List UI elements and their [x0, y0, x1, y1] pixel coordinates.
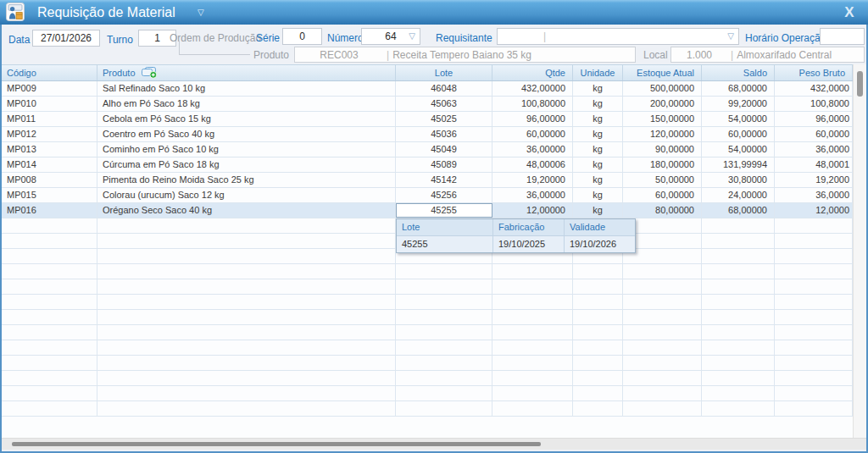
cell-estoque-atual[interactable]: [623, 264, 702, 279]
cell-qtde[interactable]: 60,00000: [492, 127, 573, 141]
cell-estoque-atual[interactable]: 120,00000: [623, 127, 702, 141]
cell-produto[interactable]: [97, 234, 396, 248]
cell-unidade[interactable]: [573, 401, 623, 416]
cell-estoque-atual[interactable]: 80,00000: [623, 203, 702, 218]
cell-estoque-atual[interactable]: 90,00000: [623, 142, 702, 157]
cell-saldo[interactable]: 60,00000: [702, 127, 775, 141]
cell-peso-bruto[interactable]: [775, 356, 853, 370]
cell-saldo[interactable]: [702, 340, 775, 355]
cell-saldo[interactable]: 131,99994: [702, 157, 775, 172]
table-row[interactable]: MP015 Colorau (urucum) Saco 12 kg 45256 …: [2, 188, 866, 203]
table-row[interactable]: MP009 Sal Refinado Saco 10 kg 46048 432,…: [2, 81, 866, 97]
requisitante-combo[interactable]: | ▽: [497, 28, 739, 45]
cell-peso-bruto[interactable]: 432,0000: [775, 81, 853, 96]
cell-codigo[interactable]: [2, 371, 97, 385]
cell-codigo[interactable]: [2, 264, 97, 279]
horizontal-scrollbar[interactable]: [2, 438, 866, 450]
cell-qtde[interactable]: 100,80000: [492, 97, 573, 111]
table-row-empty[interactable]: [2, 371, 866, 386]
cell-peso-bruto[interactable]: 48,0001: [775, 157, 853, 172]
cell-estoque-atual[interactable]: 60,00000: [623, 188, 702, 202]
cell-codigo[interactable]: MP016: [2, 203, 97, 218]
cell-produto[interactable]: [97, 386, 396, 401]
cell-codigo[interactable]: MP010: [2, 97, 97, 111]
cell-produto[interactable]: [97, 340, 396, 355]
cell-unidade[interactable]: kg: [573, 112, 623, 126]
cell-saldo[interactable]: 24,00000: [702, 188, 775, 202]
cell-saldo[interactable]: [702, 279, 775, 294]
cell-peso-bruto[interactable]: [775, 279, 853, 294]
cell-codigo[interactable]: [2, 386, 97, 401]
table-row-empty[interactable]: [2, 401, 866, 417]
cell-saldo[interactable]: [702, 386, 775, 401]
cell-lote[interactable]: 45089: [396, 157, 492, 172]
horario-operacao-input[interactable]: [820, 28, 865, 45]
serie-input[interactable]: 0: [282, 28, 322, 45]
cell-produto[interactable]: Cebola em Pó Saco 15 kg: [97, 112, 396, 126]
cell-unidade[interactable]: [573, 386, 623, 401]
cell-lote[interactable]: [396, 340, 492, 355]
cell-codigo[interactable]: [2, 340, 97, 355]
table-row[interactable]: MP016 Orégano Seco Saco 40 kg 45255 12,0…: [2, 203, 866, 218]
cell-estoque-atual[interactable]: 500,00000: [623, 81, 702, 96]
cell-codigo[interactable]: [2, 310, 97, 324]
cell-produto[interactable]: Cúrcuma em Pó Saco 18 kg: [97, 157, 396, 172]
cell-lote[interactable]: [396, 386, 492, 401]
cell-unidade[interactable]: [573, 356, 623, 370]
cell-estoque-atual[interactable]: [623, 356, 702, 370]
table-row-empty[interactable]: [2, 264, 866, 279]
cell-produto[interactable]: Orégano Seco Saco 40 kg: [97, 203, 396, 218]
cell-unidade[interactable]: kg: [573, 157, 623, 172]
table-row-empty[interactable]: [2, 325, 866, 340]
table-row[interactable]: MP011 Cebola em Pó Saco 15 kg 45025 96,0…: [2, 112, 866, 127]
cell-lote[interactable]: 45063: [396, 97, 492, 111]
cell-qtde[interactable]: [492, 310, 573, 324]
cell-peso-bruto[interactable]: [775, 386, 853, 401]
cell-estoque-atual[interactable]: [623, 279, 702, 294]
cell-peso-bruto[interactable]: [775, 264, 853, 279]
cell-qtde[interactable]: 96,00000: [492, 112, 573, 126]
cell-qtde[interactable]: 36,00000: [492, 142, 573, 157]
cell-produto[interactable]: [97, 279, 396, 294]
cell-qtde[interactable]: 432,00000: [492, 81, 573, 96]
cell-unidade[interactable]: kg: [573, 203, 623, 218]
cell-saldo[interactable]: [702, 295, 775, 309]
cell-lote[interactable]: [396, 325, 492, 340]
cell-lote[interactable]: [396, 310, 492, 324]
table-row[interactable]: MP008 Pimenta do Reino Moida Saco 25 kg …: [2, 173, 866, 188]
cell-peso-bruto[interactable]: [775, 295, 853, 309]
cell-qtde[interactable]: 12,00000: [492, 203, 573, 218]
cell-peso-bruto[interactable]: [775, 325, 853, 340]
cell-lote[interactable]: 45255: [396, 203, 492, 218]
cell-lote[interactable]: [396, 264, 492, 279]
cell-produto[interactable]: [97, 310, 396, 324]
cell-unidade[interactable]: [573, 340, 623, 355]
cell-saldo[interactable]: [702, 218, 775, 233]
cell-lote[interactable]: 45036: [396, 127, 492, 141]
cell-qtde[interactable]: [492, 401, 573, 416]
table-row-empty[interactable]: [2, 279, 866, 295]
table-row-empty[interactable]: [2, 356, 866, 371]
cell-produto[interactable]: Sal Refinado Saco 10 kg: [97, 81, 396, 96]
cell-produto[interactable]: [97, 218, 396, 233]
cell-unidade[interactable]: [573, 264, 623, 279]
cell-codigo[interactable]: [2, 325, 97, 340]
cell-qtde[interactable]: 19,20000: [492, 173, 573, 187]
cell-saldo[interactable]: [702, 264, 775, 279]
cell-produto[interactable]: [97, 356, 396, 370]
cell-produto[interactable]: Colorau (urucum) Saco 12 kg: [97, 188, 396, 202]
cell-saldo[interactable]: [702, 325, 775, 340]
cell-lote[interactable]: 46048: [396, 81, 492, 96]
cell-lote[interactable]: [396, 401, 492, 416]
cell-peso-bruto[interactable]: 36,0000: [775, 142, 853, 157]
cell-peso-bruto[interactable]: 19,2000: [775, 173, 853, 187]
numero-caret-icon[interactable]: ▽: [409, 31, 415, 41]
cell-peso-bruto[interactable]: 96,0000: [775, 112, 853, 126]
table-row-empty[interactable]: [2, 310, 866, 325]
cell-estoque-atual[interactable]: [623, 310, 702, 324]
cell-lote[interactable]: [396, 356, 492, 370]
cell-qtde[interactable]: [492, 279, 573, 294]
cell-produto[interactable]: Pimenta do Reino Moida Saco 25 kg: [97, 173, 396, 187]
cell-produto[interactable]: [97, 295, 396, 309]
cell-qtde[interactable]: [492, 371, 573, 385]
